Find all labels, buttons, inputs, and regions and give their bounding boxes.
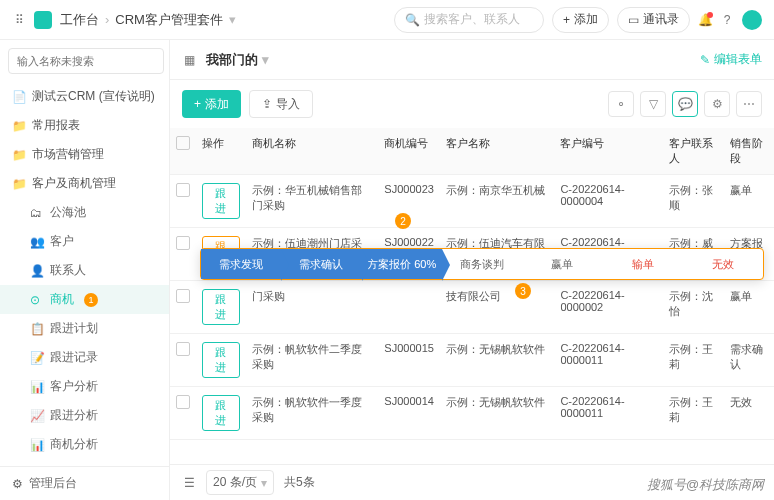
item-icon: 👤 (30, 264, 44, 278)
crumb-workspace[interactable]: 工作台 (60, 11, 99, 29)
sidebar-item[interactable]: 📁客户及商机管理 (0, 169, 169, 198)
cell-contact: 示例：王莉 (663, 387, 724, 440)
sidebar-subitem[interactable]: 📝跟进记录 (0, 343, 169, 372)
cell-code (378, 281, 440, 334)
item-icon: 🗂 (30, 206, 44, 220)
cell-name: 门采购 (246, 281, 378, 334)
table-row: 跟进 示例：帆软软件二季度采购 SJ000015 示例：无锡帆软软件 C-202… (170, 334, 774, 387)
sidebar-subitem[interactable]: 👤联系人 (0, 256, 169, 285)
funnel-icon[interactable]: ▽ (640, 91, 666, 117)
col-header: 销售阶段 (724, 128, 774, 175)
cell-cno: C-20220614-0000011 (554, 387, 663, 440)
apps-icon[interactable]: ⠿ (12, 13, 26, 27)
item-icon: 📊 (30, 380, 44, 394)
cell-name: 示例：华五机械销售部门采购 (246, 175, 378, 228)
avatar[interactable] (742, 10, 762, 30)
upload-icon: ⇪ (262, 97, 272, 111)
follow-button[interactable]: 跟进 (202, 395, 240, 431)
item-icon: ⊙ (30, 293, 44, 307)
cell-cno: C-20220614-0000011 (554, 334, 663, 387)
cell-name: 示例：帆软软件一季度采购 (246, 387, 378, 440)
sidebar-subitem[interactable]: 📊商机分析 (0, 430, 169, 459)
pencil-icon: ✎ (700, 53, 710, 67)
stage[interactable]: 赢单 (522, 249, 602, 279)
sidebar-subitem[interactable]: 🗂公海池 (0, 198, 169, 227)
cell-cno: C-20220614-0000002 (554, 281, 663, 334)
checkbox[interactable] (176, 289, 190, 303)
item-icon: 👥 (30, 235, 44, 249)
folder-icon: 📁 (12, 177, 26, 191)
settings-icon[interactable]: ⚙ (704, 91, 730, 117)
sidebar: + 新建 ‹ 📄测试云CRM (宣传说明)📁常用报表📁市场营销管理📁客户及商机管… (0, 40, 170, 500)
stage[interactable]: 方案报价 60% (362, 249, 442, 279)
logo (34, 11, 52, 29)
stage-pipeline: 需求发现需求确认方案报价 60%商务谈判赢单输单无效 (200, 248, 764, 280)
page-size-select[interactable]: 20 条/页▾ (206, 470, 274, 495)
sidebar-item[interactable]: 📁常用报表 (0, 111, 169, 140)
sidebar-subitem[interactable]: ⊙商机1 (0, 285, 169, 314)
cell-stage: 无效 (724, 387, 774, 440)
item-icon: 📝 (30, 351, 44, 365)
table-row: 跟进 示例：华五机械销售部门采购 SJ000023 示例：南京华五机械 C-20… (170, 175, 774, 228)
bell-icon[interactable]: 🔔 (698, 13, 712, 27)
sidebar-item[interactable]: 📁产品报价管理 (0, 459, 169, 466)
folder-icon: 📁 (12, 119, 26, 133)
top-bar: ⠿ 工作台 › CRM客户管理套件 ▾ 🔍 搜索客户、联系人 +添加 ▭通讯录 … (0, 0, 774, 40)
follow-button[interactable]: 跟进 (202, 289, 240, 325)
book-icon: ▭ (628, 13, 639, 27)
filter-icon[interactable]: ⚬ (608, 91, 634, 117)
col-header: 操作 (196, 128, 246, 175)
contacts-button[interactable]: ▭通讯录 (617, 7, 690, 33)
col-header: 客户联系人 (663, 128, 724, 175)
cell-stage: 需求确认 (724, 334, 774, 387)
item-icon: 📋 (30, 322, 44, 336)
edit-form-link[interactable]: ✎编辑表单 (700, 51, 762, 68)
sidebar-subitem[interactable]: 📊客户分析 (0, 372, 169, 401)
import-button[interactable]: ⇪导入 (249, 90, 313, 118)
sidebar-search[interactable] (8, 48, 164, 74)
admin-link[interactable]: ⚙管理后台 (0, 466, 169, 500)
global-search[interactable]: 🔍 搜索客户、联系人 (394, 7, 544, 33)
cell-name: 示例：帆软软件二季度采购 (246, 334, 378, 387)
stage[interactable]: 无效 (683, 249, 763, 279)
checkbox[interactable] (176, 342, 190, 356)
stage[interactable]: 需求确认 (281, 249, 361, 279)
marker-2: 2 (395, 213, 411, 229)
col-header: 商机名称 (246, 128, 378, 175)
sidebar-subitem[interactable]: 📈跟进分析 (0, 401, 169, 430)
view-selector[interactable]: 我部门的▾ (206, 51, 269, 69)
checkbox[interactable] (176, 183, 190, 197)
help-icon[interactable]: ? (720, 13, 734, 27)
total-count: 共5条 (284, 474, 315, 491)
table-add-button[interactable]: +添加 (182, 90, 241, 118)
crumb-suite[interactable]: CRM客户管理套件 (115, 11, 223, 29)
item-icon: 📊 (30, 438, 44, 452)
col-header: 客户编号 (554, 128, 663, 175)
follow-button[interactable]: 跟进 (202, 342, 240, 378)
sidebar-item[interactable]: 📁市场营销管理 (0, 140, 169, 169)
comment-icon[interactable]: 💬 (672, 91, 698, 117)
follow-button[interactable]: 跟进 (202, 183, 240, 219)
chevron-right-icon: › (105, 12, 109, 27)
stage[interactable]: 输单 (602, 249, 682, 279)
sidebar-subitem[interactable]: 📋跟进计划 (0, 314, 169, 343)
columns-icon[interactable]: ☰ (182, 476, 196, 490)
checkbox[interactable] (176, 136, 190, 150)
grid-icon[interactable]: ▦ (182, 53, 196, 67)
chevron-down-icon: ▾ (229, 12, 236, 27)
sidebar-item[interactable]: 📄测试云CRM (宣传说明) (0, 82, 169, 111)
gear-icon: ⚙ (12, 477, 23, 491)
cell-stage: 赢单 (724, 175, 774, 228)
cell-customer: 示例：无锡帆软软件 (440, 387, 555, 440)
sidebar-subitem[interactable]: 👥客户 (0, 227, 169, 256)
col-header: 商机编号 (378, 128, 440, 175)
stage[interactable]: 商务谈判 (442, 249, 522, 279)
checkbox[interactable] (176, 395, 190, 409)
checkbox[interactable] (176, 236, 190, 250)
cell-contact: 示例：王莉 (663, 334, 724, 387)
more-icon[interactable]: ⋯ (736, 91, 762, 117)
cell-code: SJ000014 (378, 387, 440, 440)
stage[interactable]: 需求发现 (201, 249, 281, 279)
cell-customer: 示例：南京华五机械 (440, 175, 555, 228)
add-button[interactable]: +添加 (552, 7, 609, 33)
